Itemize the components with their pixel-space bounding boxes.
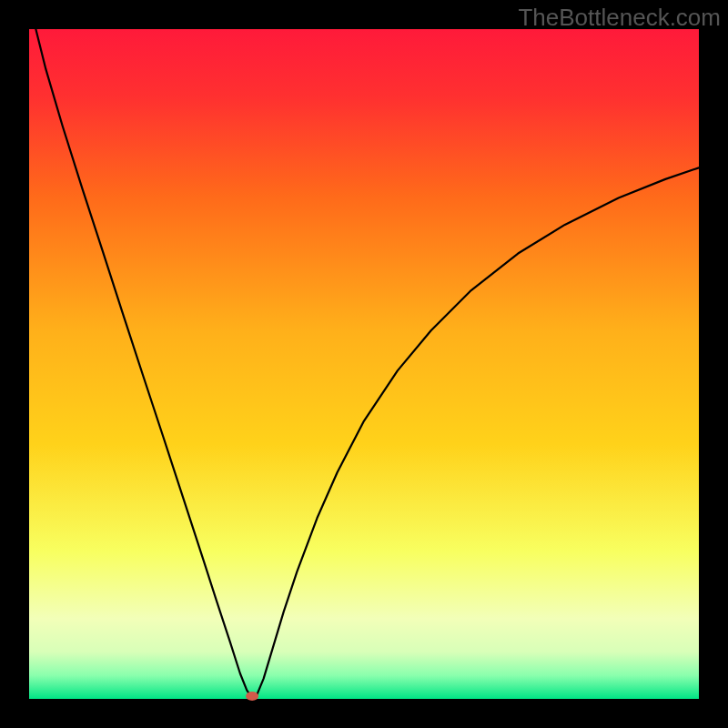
plot-background bbox=[29, 29, 699, 699]
watermark-text: TheBottleneck.com bbox=[518, 4, 721, 32]
optimal-point-marker bbox=[246, 692, 258, 701]
bottleneck-chart: TheBottleneck.com bbox=[0, 0, 728, 728]
chart-svg bbox=[0, 0, 728, 728]
